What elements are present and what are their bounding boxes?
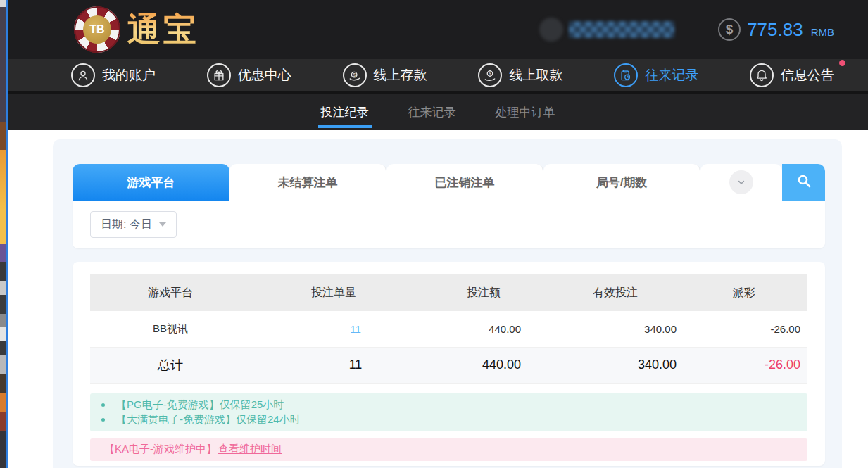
- table-header-row: 游戏平台 投注单量 投注额 有效投注 派彩: [90, 274, 807, 311]
- tab-transaction-records[interactable]: 往来记录: [405, 94, 459, 130]
- subtab-label: 往来记录: [408, 104, 456, 120]
- nav-label: 往来记录: [645, 66, 698, 84]
- nav-item-deposit[interactable]: $ 线上存款: [343, 63, 427, 87]
- page: TB 通宝 $ 775.83 RMB 我的账户: [0, 0, 868, 468]
- col-header-valid-bet: 有效投注: [551, 274, 680, 311]
- records-panel: 游戏平台 未结算注单 已注销注单 局号/期数: [53, 139, 842, 468]
- filter-tab-round-number[interactable]: 局号/期数: [543, 164, 700, 201]
- table-row: BB视讯 11 440.00 340.00 -26.00: [90, 311, 807, 347]
- nav-item-withdraw[interactable]: $ 线上取款: [478, 63, 562, 87]
- filter-tab-unsettled[interactable]: 未结算注单: [229, 164, 386, 201]
- nav-label: 优惠中心: [238, 66, 291, 84]
- bullet-icon: [101, 403, 105, 407]
- deposit-icon: $: [343, 63, 367, 87]
- free-game-notice-box: 【PG电子-免费游戏】仅保留25小时 【大满贯电子-免费游戏】仅保留24小时: [90, 393, 807, 431]
- filter-card-body: 日期: 今日: [73, 201, 825, 248]
- svg-text:$: $: [353, 72, 356, 77]
- filter-tabs: 游戏平台 未结算注单 已注销注单 局号/期数: [73, 164, 825, 201]
- cell-platform: BB视讯: [90, 311, 251, 347]
- nav-label: 我的账户: [102, 66, 156, 84]
- balance-currency: RMB: [811, 26, 834, 38]
- avatar[interactable]: [539, 18, 563, 42]
- notice-text: 【大满贯电子-免费游戏】仅保留24小时: [116, 413, 301, 426]
- top-header: TB 通宝 $ 775.83 RMB: [8, 0, 868, 59]
- username-redacted: [569, 21, 674, 38]
- svg-text:$: $: [489, 71, 492, 76]
- nav-label: 信息公告: [781, 66, 834, 84]
- withdraw-icon: $: [478, 63, 502, 87]
- nav-label: 线上取款: [509, 66, 562, 84]
- filter-tab-label: 已注销注单: [435, 175, 495, 191]
- date-filter-dropdown[interactable]: 日期: 今日: [90, 211, 177, 238]
- nav-item-transaction-records[interactable]: 往来记录: [614, 63, 698, 87]
- window-edge-line: [6, 0, 8, 468]
- bet-count-link[interactable]: 11: [350, 323, 361, 335]
- app-window: TB 通宝 $ 775.83 RMB 我的账户: [8, 0, 868, 468]
- main-nav: 我的账户 优惠中心 $ 线上存款 $ 线上取款: [8, 59, 868, 94]
- nav-item-announcements[interactable]: 信息公告: [750, 63, 834, 87]
- nav-label: 线上存款: [374, 66, 427, 84]
- subtab-label: 处理中订单: [496, 104, 555, 120]
- subtab-label: 投注纪录: [321, 104, 369, 120]
- results-card: 游戏平台 投注单量 投注额 有效投注 派彩 BB视讯 11 44: [73, 262, 825, 466]
- filter-tab-label: 未结算注单: [278, 175, 338, 191]
- filter-tab-label: 游戏平台: [127, 175, 175, 191]
- filter-tab-label: 局号/期数: [596, 175, 648, 191]
- notification-badge-dot: [839, 60, 845, 66]
- chip-monogram: TB: [83, 15, 111, 44]
- records-icon: [614, 63, 638, 87]
- col-header-bet-amount: 投注额: [417, 274, 551, 311]
- bell-icon: [750, 63, 774, 87]
- header-right: $ 775.83 RMB: [539, 18, 834, 42]
- poker-chip-logo-icon: TB: [74, 6, 120, 53]
- brand-name: 通宝: [127, 8, 199, 52]
- total-valid-bet: 340.00: [551, 347, 680, 383]
- cell-payout: -26.00: [680, 311, 807, 347]
- cell-valid-bet: 340.00: [551, 311, 680, 347]
- filter-card: 游戏平台 未结算注单 已注销注单 局号/期数: [73, 164, 825, 248]
- maintenance-notice-box: 【KA电子-游戏维护中】 查看维护时间: [90, 438, 807, 461]
- user-icon: [71, 63, 95, 87]
- nav-item-my-account[interactable]: 我的账户: [71, 63, 156, 87]
- filter-tab-game-platform[interactable]: 游戏平台: [73, 164, 229, 201]
- col-header-platform: 游戏平台: [90, 274, 251, 311]
- notice-line: 【PG电子-免费游戏】仅保留25小时: [90, 398, 807, 412]
- gift-icon: [207, 63, 231, 87]
- tab-pending-orders[interactable]: 处理中订单: [493, 94, 558, 130]
- date-filter-label: 日期: 今日: [101, 217, 152, 232]
- search-button[interactable]: [782, 164, 825, 201]
- total-label: 总计: [90, 347, 251, 383]
- wallet-balance[interactable]: $ 775.83 RMB: [718, 18, 834, 41]
- brand-logo[interactable]: TB 通宝: [74, 6, 199, 53]
- col-header-payout: 派彩: [680, 274, 807, 311]
- balance-amount: 775.83: [747, 19, 803, 41]
- maintenance-time-link[interactable]: 查看维护时间: [218, 443, 282, 456]
- cell-bet-amount: 440.00: [417, 311, 551, 347]
- total-bet-amount: 440.00: [417, 347, 551, 383]
- caret-down-icon: [159, 222, 166, 227]
- col-header-bet-count: 投注单量: [251, 274, 417, 311]
- cell-bet-count: 11: [251, 311, 417, 347]
- table-total-row: 总计 11 440.00 340.00 -26.00: [90, 347, 807, 383]
- bullet-icon: [101, 418, 105, 422]
- notice-line: 【大满贯电子-免费游戏】仅保留24小时: [90, 412, 807, 427]
- content-area: 游戏平台 未结算注单 已注销注单 局号/期数: [8, 130, 868, 468]
- filter-tab-cancelled[interactable]: 已注销注单: [386, 164, 543, 201]
- nav-item-promotions[interactable]: 优惠中心: [207, 63, 291, 87]
- total-payout: -26.00: [680, 347, 807, 383]
- background-window-sliver: [0, 0, 6, 468]
- dollar-coin-icon: $: [718, 18, 741, 41]
- sub-nav: 投注纪录 往来记录 处理中订单: [8, 94, 868, 130]
- tab-bet-records[interactable]: 投注纪录: [318, 94, 372, 130]
- maintenance-text: 【KA电子-游戏维护中】: [104, 443, 217, 456]
- search-icon: [795, 172, 812, 192]
- chevron-down-icon: [729, 170, 753, 194]
- more-tabs-dropdown[interactable]: [700, 164, 782, 201]
- notice-text: 【PG电子-免费游戏】仅保留25小时: [116, 398, 284, 412]
- bet-summary-table: 游戏平台 投注单量 投注额 有效投注 派彩 BB视讯 11 44: [90, 274, 807, 384]
- total-bet-count: 11: [251, 347, 417, 383]
